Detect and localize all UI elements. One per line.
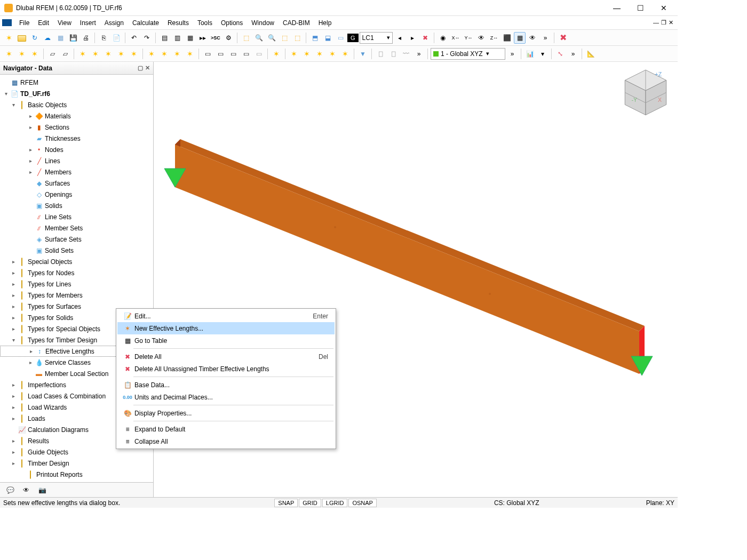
menu-insert[interactable]: Insert (76, 17, 100, 29)
lc-next-icon[interactable]: ▸ (407, 32, 418, 44)
tree-member-sets[interactable]: ⫽Member Sets (0, 222, 153, 234)
combine3-icon[interactable]: ✶ (314, 48, 325, 60)
select-icon[interactable]: ⬚ (240, 32, 252, 44)
menu-edit[interactable]: Edit (34, 17, 53, 29)
zoom-win-icon[interactable]: ⬚ (279, 32, 290, 44)
status-osnap-button[interactable]: OSNAP (348, 499, 377, 507)
minimize-button[interactable]: — (609, 4, 624, 12)
print-icon[interactable]: 🖨 (80, 32, 92, 44)
tree-surface-sets[interactable]: ◈Surface Sets (0, 234, 153, 245)
menu-results[interactable]: Results (163, 17, 193, 29)
tree-line-sets[interactable]: ⫽Line Sets (0, 211, 153, 222)
lc-prev-icon[interactable]: ◂ (394, 32, 406, 44)
nav-footer-console-icon[interactable]: 💬 (4, 485, 16, 495)
menu-assign[interactable]: Assign (100, 17, 128, 29)
combine2-icon[interactable]: ✶ (301, 48, 313, 60)
menu-tools[interactable]: Tools (193, 17, 217, 29)
cm-new-effective-lengths[interactable]: ✶New Effective Lengths... (117, 322, 335, 334)
maximize-button[interactable]: ☐ (633, 4, 648, 12)
tree-lines[interactable]: ╱Lines (0, 155, 153, 166)
area-load5-icon[interactable]: ▭ (253, 48, 265, 60)
cm-collapse-all[interactable]: ≡Collapse All (117, 435, 335, 447)
redo-icon[interactable]: ↷ (141, 32, 153, 44)
coordinate-system-combo[interactable]: 1 - Global XYZ ▾ (431, 48, 505, 60)
tree-members[interactable]: ╱Members (0, 166, 153, 178)
navigator-pin-icon[interactable]: ▢ (138, 65, 143, 71)
cm-go-to-table[interactable]: ▦Go to Table (117, 334, 335, 347)
nav-footer-camera-icon[interactable]: 📷 (36, 485, 48, 495)
bracket2-icon[interactable]: ⎕ (387, 48, 399, 60)
sc-icon[interactable]: >SC (210, 32, 221, 44)
cloud-icon[interactable]: ☁ (42, 32, 53, 44)
menu-cadbim[interactable]: CAD-BIM (279, 17, 314, 29)
cm-base-data[interactable]: 📋Base Data... (117, 379, 335, 391)
menu-options[interactable]: Options (217, 17, 247, 29)
zoom-icon[interactable]: 🔍 (253, 32, 265, 44)
load-tool-icon[interactable]: ✶ (146, 48, 157, 60)
cm-expand-default[interactable]: ≡Expand to Default (117, 423, 335, 435)
cm-units[interactable]: 0.00Units and Decimal Places... (117, 391, 335, 403)
area-load3-icon[interactable]: ▭ (227, 48, 239, 60)
doc-close-button[interactable]: ✕ (669, 19, 673, 26)
cm-delete-unassigned[interactable]: ✖Delete All Unassigned Timber Effective … (117, 363, 335, 375)
table3-icon[interactable]: ▦ (184, 32, 196, 44)
curve-icon[interactable]: 〰 (400, 48, 412, 60)
solid-icon[interactable]: ⬛ (501, 32, 513, 44)
area-load4-icon[interactable]: ▭ (240, 48, 252, 60)
model-icon[interactable]: ▦ (54, 32, 66, 44)
refresh-icon[interactable]: ↻ (29, 32, 41, 44)
filter-tool-icon[interactable]: ▼ (357, 48, 369, 60)
tree-materials[interactable]: 🔶Materials (0, 110, 153, 122)
tree-root[interactable]: ▦RFEM (0, 77, 153, 88)
doc-minimize-button[interactable]: — (653, 19, 659, 26)
load-case-combo[interactable]: LC1 ▾ (360, 32, 393, 44)
load4-tool-icon[interactable]: ✶ (184, 48, 196, 60)
star-tool-icon[interactable]: ✶ (271, 48, 282, 60)
tree-types-lines[interactable]: Types for Lines (0, 278, 153, 290)
measure-icon[interactable]: 📐 (585, 48, 597, 60)
tree-nodes[interactable]: •Nodes (0, 144, 153, 155)
chart-icon[interactable]: 📊 (524, 48, 536, 60)
table-icon[interactable]: ▤ (158, 32, 170, 44)
new-file-icon[interactable]: ✶ (3, 32, 15, 44)
lc-filter-icon[interactable]: ✖ (419, 32, 431, 44)
load2-tool-icon[interactable]: ✶ (158, 48, 170, 60)
menu-view[interactable]: View (53, 17, 76, 29)
status-grid-button[interactable]: GRID (299, 499, 321, 507)
wand-icon[interactable]: ⚙ (222, 32, 234, 44)
combine4-icon[interactable]: ✶ (327, 48, 338, 60)
more4-icon[interactable]: » (567, 48, 579, 60)
navigator-close-icon[interactable]: ✕ (145, 65, 150, 71)
save-icon[interactable]: 💾 (67, 32, 79, 44)
support4-tool-icon[interactable]: ✶ (115, 48, 127, 60)
tree-sections[interactable]: ▮Sections (0, 122, 153, 133)
tree-basic-objects[interactable]: Basic Objects (0, 99, 153, 110)
load3-tool-icon[interactable]: ✶ (171, 48, 183, 60)
cm-delete-all[interactable]: ✖Delete AllDel (117, 350, 335, 363)
view-top-icon[interactable]: ⬒ (309, 32, 321, 44)
menu-help[interactable]: Help (314, 17, 336, 29)
surface-tool-icon[interactable]: ▱ (46, 48, 58, 60)
tree-timber-design[interactable]: Timber Design (0, 458, 153, 469)
line-tool-icon[interactable]: ✶ (16, 48, 28, 60)
render-icon[interactable]: ◉ (437, 32, 449, 44)
tree-project[interactable]: 📄TD_UF.rf6 (0, 88, 153, 99)
tree-openings[interactable]: ◇Openings (0, 189, 153, 200)
support5-tool-icon[interactable]: ✶ (128, 48, 140, 60)
support3-tool-icon[interactable]: ✶ (102, 48, 114, 60)
script-icon[interactable]: ▸▸ (197, 32, 209, 44)
area-load2-icon[interactable]: ▭ (214, 48, 226, 60)
open-file-icon[interactable] (16, 32, 28, 44)
more3-icon[interactable]: » (506, 48, 518, 60)
eye2-icon[interactable]: 👁 (527, 32, 538, 44)
navigation-cube[interactable]: +Z X -Y (622, 67, 669, 121)
more-toolbar-icon[interactable]: » (539, 32, 551, 44)
status-lgrid-button[interactable]: LGRID (322, 499, 348, 507)
area-load-icon[interactable]: ▭ (202, 48, 213, 60)
tree-types-nodes[interactable]: Types for Nodes (0, 267, 153, 278)
dim-x-icon[interactable]: X↔ (450, 32, 462, 44)
axes-icon[interactable]: ⤡ (554, 48, 566, 60)
menu-file[interactable]: File (15, 17, 34, 29)
doc-restore-button[interactable]: ❐ (661, 19, 666, 26)
tree-special-objects[interactable]: Special Objects (0, 256, 153, 267)
